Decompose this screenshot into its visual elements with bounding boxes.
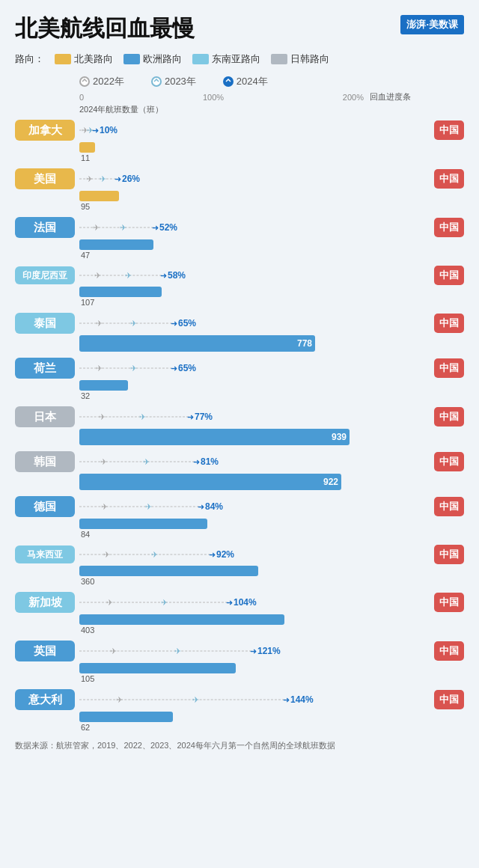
axis-row: 0 100% 200% 回血进度条 [79,91,464,103]
from-label-6: 日本 [15,406,75,427]
dotted-line-11 [79,651,251,652]
pct-label-2: ➜ 52% [152,222,177,233]
pct-bar-area-8: ✈ ✈ ➜ 84% [79,499,434,514]
plane-2023-9: ✈ [151,550,158,560]
bar-count-0: 11 [79,153,434,162]
bar-fill-9 [79,566,258,576]
bar-area-11: 105 [79,663,434,683]
dotted-line-7 [79,462,195,462]
from-label-3: 印度尼西亚 [15,266,75,284]
bar-fill-10 [79,614,284,625]
plane-2022-2: ✈ [93,223,100,233]
col-header2-row: 2024年航班数量（班） [79,104,464,115]
legend-item-jk: 日韩路向 [271,52,329,66]
plane-2022-6: ✈ [99,412,106,422]
china-label-2: 中国 [434,218,464,237]
china-label-4: 中国 [434,314,464,333]
pct-label-9: ➜ 92% [209,549,234,560]
route-row-6: 日本 ✈ ✈ ➜ 77% 中国 939 [15,406,464,445]
bar-area-6: 939 [79,429,434,445]
legend-label: 路向： [15,52,44,66]
bar-count-9: 360 [79,577,434,586]
year-2024: 2024年 [223,75,268,88]
bar-count-1: 95 [79,202,434,211]
plane-2023-11: ✈ [174,647,181,656]
route-percent-row-7: 韩国 ✈ ✈ ➜ 81% 中国 [15,451,464,472]
plane-2022-9: ✈ [103,550,110,560]
plane-2023-4: ✈ [130,319,137,328]
pct-bar-area-12: ✈ ✈ ➜ 144% [79,692,434,707]
pct-label-4: ➜ 65% [171,318,196,328]
route-percent-row-8: 德国 ✈ ✈ ➜ 84% 中国 [15,496,464,517]
from-label-4: 泰国 [15,313,75,334]
legend-text-north: 北美路向 [74,52,113,66]
route-bar-row-11: 105 [15,663,464,683]
route-row-9: 马来西亚 ✈ ✈ ➜ 92% 中国 360 [15,545,464,586]
china-label-5: 中国 [434,358,464,378]
legend-text-sea: 东南亚路向 [212,52,260,66]
axis-100: 100% [203,93,224,102]
legend-dot-europe [123,54,140,64]
route-row-8: 德国 ✈ ✈ ➜ 84% 中国 84 [15,496,464,539]
bar-fill-11 [79,663,236,673]
bar-count-11: 105 [79,674,434,683]
route-row-1: 美国 ✈ ✈ ➜ 26% 中国 95 [15,168,464,211]
pct-label-5: ➜ 65% [171,363,196,373]
year-dot-2024 [223,76,234,87]
pct-label-3: ➜ 58% [160,270,186,281]
route-percent-row-6: 日本 ✈ ✈ ➜ 77% 中国 [15,406,464,427]
axis-200: 200% [343,93,364,102]
bar-area-5: 32 [79,380,434,400]
pct-bar-area-2: ✈ ✈ ➜ 52% [79,220,434,235]
from-label-12: 意大利 [15,689,75,710]
plane-2023-6: ✈ [139,412,146,422]
main-title: 北美航线回血最慢 [15,15,195,42]
legend-text-europe: 欧洲路向 [143,52,182,66]
route-percent-row-5: 荷兰 ✈ ✈ ➜ 65% 中国 [15,358,464,379]
route-bar-row-3: 107 [15,287,464,307]
axis-0: 0 [79,93,84,102]
bar-area-10: 403 [79,614,434,635]
pct-bar-area-3: ✈ ✈ ➜ 58% [79,268,434,283]
route-percent-row-2: 法国 ✈ ✈ ➜ 52% 中国 [15,217,464,238]
route-percent-row-1: 美国 ✈ ✈ ➜ 26% 中国 [15,168,464,189]
plane-2022-12: ✈ [116,695,123,705]
dotted-line-1 [79,179,116,180]
bar-fill-2 [79,239,153,250]
pct-label-10: ➜ 104% [226,597,257,608]
bar-area-12: 62 [79,712,434,732]
route-row-2: 法国 ✈ ✈ ➜ 52% 中国 47 [15,217,464,260]
bar-fill-7: 922 [79,474,341,490]
bar-area-3: 107 [79,287,434,307]
from-label-0: 加拿大 [15,120,75,141]
plane-2023-7: ✈ [143,457,150,467]
dotted-line-12 [79,700,284,700]
plane-2022-5: ✈ [96,364,103,373]
legend-text-jk: 日韩路向 [290,52,329,66]
logo-area: 澎湃·美数课 [400,15,464,36]
route-row-11: 英国 ✈ ✈ ➜ 121% 中国 105 [15,641,464,683]
plane-2022-10: ✈ [106,598,113,608]
bar-count-2: 47 [79,251,434,260]
bar-area-4: 778 [79,335,434,352]
year-row: 2022年 2023年 2024年 [79,75,464,88]
plane-2023-5: ✈ [130,364,137,373]
col-header2: 2024年航班数量（班） [79,104,163,115]
bar-fill-3 [79,287,162,297]
year-2022: 2022年 [79,75,124,88]
bar-count-5: 32 [79,391,434,400]
pct-bar-area-11: ✈ ✈ ➜ 121% [79,644,434,658]
year-dot-2022 [79,76,90,87]
pct-bar-area-4: ✈ ✈ ➜ 65% [79,316,434,331]
bar-fill-12 [79,712,173,722]
route-percent-row-4: 泰国 ✈ ✈ ➜ 65% 中国 [15,313,464,334]
from-label-9: 马来西亚 [15,545,75,563]
plane-2023-3: ✈ [125,271,132,281]
bar-area-1: 95 [79,191,434,211]
china-label-10: 中国 [434,593,464,612]
route-bar-row-6: 939 [15,429,464,445]
route-bar-row-8: 84 [15,519,464,539]
pct-label-0: ➜ 10% [92,125,118,135]
route-row-12: 意大利 ✈ ✈ ➜ 144% 中国 62 [15,689,464,732]
route-percent-row-9: 马来西亚 ✈ ✈ ➜ 92% 中国 [15,545,464,564]
